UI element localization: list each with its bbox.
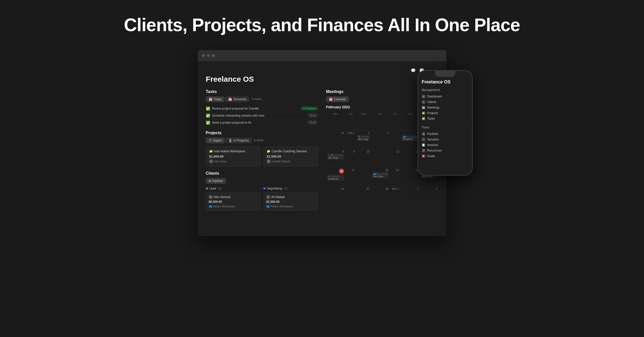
cal-cell: 2 <box>401 186 420 204</box>
task-check-icon: ✅ <box>206 114 210 118</box>
projects-section: Projects ⏱ Urgent ⏳ In Progress <box>206 131 318 167</box>
client-columns: Lead 2 A Alex Homozi $8,000.00 <box>206 187 318 211</box>
col-count-negotiating: 1 <box>284 187 288 190</box>
cal-day-mon: Mon <box>326 112 345 130</box>
client-card[interactable]: A Alex Homozi $8,000.00 👥 Notion Workspa… <box>206 192 261 211</box>
project-cards: 📁 Ivan Notion Workspace $1,900.00 I Ivan… <box>206 146 318 167</box>
client-avatar: A <box>266 195 270 199</box>
workspace-icon: 👥 <box>266 205 270 208</box>
project-card[interactable]: 📁 Ivan Notion Workspace $1,900.00 I Ivan… <box>206 146 261 167</box>
phone-nav-services[interactable]: 💼 Services <box>422 137 469 142</box>
folder-icon: 📁 <box>267 150 270 153</box>
phone-nav-resources[interactable]: ⚙ Resources <box>422 148 469 153</box>
app-title: Freelance OS <box>206 75 438 83</box>
client-amount: $2,500.00 <box>266 200 315 204</box>
browser-toolbar <box>198 50 446 61</box>
cal-cell: 9 <box>345 149 356 167</box>
phone-nav-tasks[interactable]: ✅ Tasks <box>422 116 469 121</box>
projects-tab-bar: ⏱ Urgent ⏳ In Progress 2 more... <box>206 138 318 143</box>
project-card-title: 📁 Ivan Notion Workspace <box>209 150 257 153</box>
client-amount: $8,000.00 <box>209 200 258 204</box>
calendar-icon-tomorrow: 📅 <box>228 98 232 101</box>
tasks-list: ✅ Revise project proposal for Camille In… <box>206 105 318 126</box>
project-card-title: 📁 Camille Coaching Session <box>267 150 315 153</box>
phone-nav-invoices[interactable]: 📄 Invoices <box>422 142 469 148</box>
cal-cell: 28 <box>371 186 389 204</box>
cal-event[interactable]: 📞 D... 9:00 AM Ivan Zhao <box>327 154 344 160</box>
task-text: Send a project proposal to Ali <box>212 121 251 124</box>
project-card[interactable]: 📁 Camille Coaching Session $1,500.00 C C… <box>263 146 318 167</box>
task-check-icon: ✅ <box>206 107 210 111</box>
project-amount: $1,500.00 <box>267 155 315 158</box>
main-two-col: Tasks 📅 Today 📅 Tomorrow 3 <box>206 89 438 223</box>
cal-cell: 21 <box>390 167 400 185</box>
col-count-lead: 2 <box>217 187 222 190</box>
cal-event[interactable]: 👥 i... 11:00 AM Camille Ri <box>402 135 419 141</box>
cal-cell: 10 <box>356 149 371 167</box>
tasks-tab-bar: 📅 Today 📅 Tomorrow 3 more... <box>206 97 318 102</box>
cal-cell: 16 C. 11:00 AM Camille Ri <box>326 167 345 185</box>
task-item: ✅ Send a project proposal to Ali To-do <box>206 119 318 126</box>
dashboard-icon: ⊞ <box>422 95 425 98</box>
cal-event[interactable]: O. 9:00 AM Ben Lang <box>357 135 370 141</box>
mockup-wrapper: 💬 🕐 ☆ ··· Freelance OS Tasks <box>197 50 448 236</box>
projects-title: Projects <box>206 131 318 135</box>
cal-day-fri: Fri <box>390 112 400 130</box>
phone-mockup: Freelance OS Management ⊞ Dashboard 👤 Cl… <box>418 70 473 176</box>
project-person: C Camille Rickett <box>267 159 315 163</box>
cal-event[interactable]: 👥 O 10:00 AM Ivan Zhao <box>372 172 388 178</box>
tab-more-tasks[interactable]: 3 more... <box>250 97 265 102</box>
comment-icon[interactable]: 💬 <box>411 68 416 73</box>
status-dot-gray <box>206 187 208 189</box>
tab-today[interactable]: 📅 Today <box>206 97 224 102</box>
client-col-header: Negotiating 1 <box>263 187 318 190</box>
phone-nav-projects[interactable]: 📁 Projects <box>422 110 469 116</box>
task-badge: In Progress <box>301 106 318 111</box>
urgent-icon: ⏱ <box>209 139 212 142</box>
task-text: Revise project proposal for Camille <box>212 107 259 110</box>
clients-tab-bar: ⊞ Pipeline <box>206 178 318 184</box>
cal-cell: 14 <box>401 149 420 167</box>
cal-cell <box>371 149 389 167</box>
cal-cell: 2 O. 9:00 AM Ben Lang <box>356 130 371 148</box>
task-text: Schedule onboarding session with Ivan <box>212 114 264 117</box>
meetings-icon: 📅 <box>422 106 425 109</box>
client-name: A Ali Abdaal <box>266 195 315 199</box>
task-check-icon: ✅ <box>206 121 210 125</box>
tab-calendar[interactable]: 📅 Calendar <box>326 97 349 102</box>
phone-nav-dashboard[interactable]: ⊞ Dashboard <box>422 94 469 99</box>
cal-event[interactable]: C. 11:00 AM Camille Ri <box>327 175 344 181</box>
cal-day-thu: Thu <box>371 112 389 130</box>
browser-dot-red <box>202 54 205 57</box>
cal-cell <box>345 186 356 204</box>
services-icon: 💼 <box>422 138 425 141</box>
tab-tomorrow[interactable]: 📅 Tomorrow <box>225 97 249 102</box>
tab-inprogress[interactable]: ⏳ In Progress <box>226 138 252 143</box>
inprogress-icon: ⏳ <box>228 139 232 142</box>
phone-nav-portfolio[interactable]: ⊞ Portfolio <box>422 131 469 137</box>
client-name: A Alex Homozi <box>209 195 258 199</box>
phone-nav-clients[interactable]: 👤 Clients <box>422 99 469 105</box>
task-item: ✅ Revise project proposal for Camille In… <box>206 105 318 112</box>
goals-icon: 🎯 <box>422 154 425 158</box>
cal-cell: 31 <box>326 130 345 148</box>
tasks-section: Tasks 📅 Today 📅 Tomorrow 3 <box>206 89 318 126</box>
tab-urgent[interactable]: ⏱ Urgent <box>206 138 225 143</box>
folder-icon: 📁 <box>209 150 213 153</box>
clients-icon: 👤 <box>422 100 425 104</box>
cal-day-wed: Wed <box>356 112 371 130</box>
browser-dot-green <box>212 54 215 57</box>
client-workspace: 👥 Notion Workspace <box>209 205 258 208</box>
phone-nav-goals[interactable]: 🎯 Goals <box>422 153 469 159</box>
cal-cell: 17 <box>345 167 356 185</box>
tab-more-projects[interactable]: 2 more... <box>253 138 267 143</box>
client-workspace: 👥 Notion Workspace <box>266 205 315 208</box>
tab-pipeline[interactable]: ⊞ Pipeline <box>206 178 226 184</box>
client-card[interactable]: A Ali Abdaal $2,500.00 👥 Notion Workspac… <box>263 192 318 211</box>
client-col-header: Lead 2 <box>206 187 261 190</box>
browser-dot-yellow <box>207 54 210 57</box>
cal-date-today: 16 <box>339 169 344 174</box>
cal-cell <box>390 130 400 148</box>
task-left: ✅ Revise project proposal for Camille <box>206 107 259 111</box>
phone-nav-meetings[interactable]: 📅 Meetings <box>422 105 469 110</box>
